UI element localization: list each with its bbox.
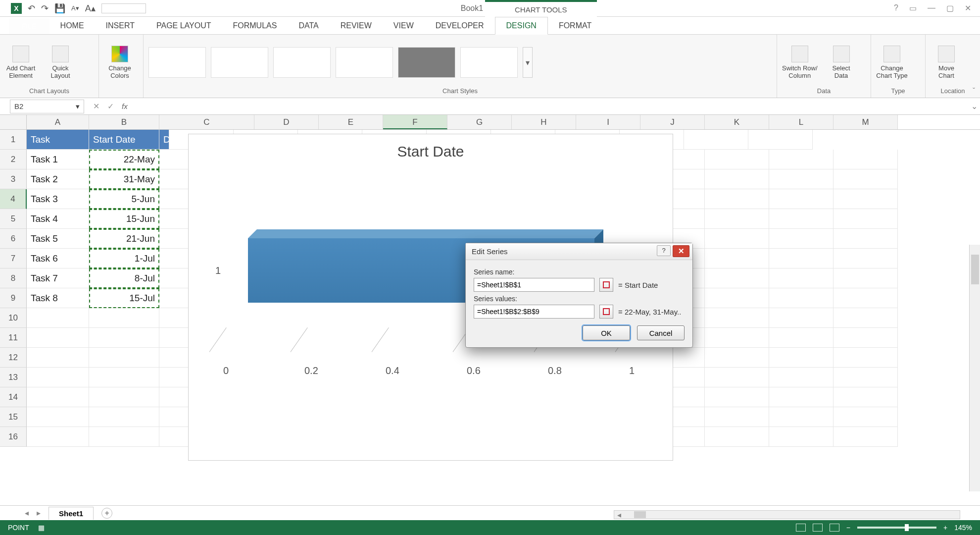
row-header[interactable]: 7 — [0, 249, 27, 268]
cell[interactable] — [769, 209, 833, 229]
cell[interactable]: 31-May — [89, 169, 159, 189]
cell[interactable] — [769, 328, 833, 348]
row-header[interactable]: 13 — [0, 368, 27, 387]
chart-style-thumb[interactable] — [398, 47, 455, 78]
cell[interactable]: 22-May — [89, 150, 159, 169]
cell[interactable] — [705, 288, 769, 308]
row-header[interactable]: 3 — [0, 169, 27, 189]
row-header[interactable]: 6 — [0, 229, 27, 249]
cell[interactable]: Task 3 — [27, 189, 89, 209]
column-header[interactable]: E — [319, 115, 383, 129]
column-header[interactable]: F — [383, 115, 447, 129]
chart-style-thumb[interactable] — [273, 47, 331, 78]
cell[interactable] — [27, 308, 89, 328]
cell[interactable] — [833, 189, 898, 209]
expand-formula-bar-icon[interactable]: ⌄ — [968, 102, 980, 111]
cell[interactable] — [705, 209, 769, 229]
tab-developer[interactable]: DEVELOPER — [425, 17, 495, 34]
cell[interactable] — [89, 368, 159, 387]
cell[interactable] — [705, 348, 769, 368]
cell[interactable] — [769, 308, 833, 328]
column-header[interactable]: K — [705, 115, 769, 129]
cell[interactable] — [705, 387, 769, 407]
cell[interactable]: 1-Jul — [89, 249, 159, 268]
cell[interactable] — [27, 407, 89, 427]
row-header[interactable]: 16 — [0, 427, 27, 447]
redo-icon[interactable]: ↷ — [41, 3, 49, 14]
cell[interactable] — [705, 249, 769, 268]
sheet-nav-prev-icon[interactable]: ◂ — [25, 508, 29, 518]
cell[interactable] — [833, 288, 898, 308]
cell[interactable] — [769, 348, 833, 368]
chart-style-thumb[interactable] — [211, 47, 268, 78]
column-header[interactable]: D — [254, 115, 319, 129]
switch-row-column-button[interactable]: Switch Row/ Column — [782, 46, 818, 79]
row-header[interactable]: 4 — [0, 189, 27, 209]
column-header[interactable]: I — [576, 115, 640, 129]
row-header[interactable]: 14 — [0, 387, 27, 407]
macro-record-icon[interactable]: ▦ — [38, 524, 45, 532]
cell[interactable] — [27, 368, 89, 387]
name-box[interactable]: B2▾ — [10, 100, 84, 113]
column-header[interactable]: A — [27, 115, 89, 129]
cell[interactable] — [705, 427, 769, 447]
change-colors-button[interactable]: Change Colors — [104, 46, 136, 79]
chart-styles-gallery[interactable]: ▾ — [148, 47, 533, 78]
cell[interactable] — [769, 368, 833, 387]
chevron-down-icon[interactable]: ▾ — [76, 102, 80, 111]
row-header[interactable]: 12 — [0, 348, 27, 368]
tab-file[interactable]: FILE — [9, 18, 49, 34]
row-header[interactable]: 5 — [0, 209, 27, 229]
dialog-close-icon[interactable]: ✕ — [673, 245, 689, 257]
normal-view-icon[interactable] — [796, 524, 806, 532]
zoom-out-icon[interactable]: − — [846, 524, 850, 532]
cell[interactable]: 15-Jun — [89, 209, 159, 229]
cell[interactable] — [89, 328, 159, 348]
zoom-slider[interactable] — [857, 527, 936, 529]
select-data-button[interactable]: Select Data — [826, 46, 857, 79]
maximize-icon[interactable]: ▢ — [946, 3, 954, 13]
column-header[interactable]: J — [640, 115, 705, 129]
cell[interactable] — [705, 229, 769, 249]
cell[interactable]: D — [159, 130, 169, 150]
help-icon[interactable]: ? — [894, 3, 898, 13]
column-header[interactable]: G — [447, 115, 512, 129]
tab-review[interactable]: REVIEW — [330, 17, 383, 34]
cell[interactable] — [833, 328, 898, 348]
cell[interactable] — [89, 407, 159, 427]
cell[interactable]: Task 1 — [27, 150, 89, 169]
cell[interactable] — [769, 407, 833, 427]
cell[interactable] — [705, 189, 769, 209]
column-header[interactable]: L — [769, 115, 833, 129]
row-header[interactable]: 2 — [0, 150, 27, 169]
tab-insert[interactable]: INSERT — [95, 17, 146, 34]
cell[interactable]: Start Date — [89, 130, 159, 150]
zoom-level[interactable]: 145% — [954, 524, 972, 532]
chart-style-thumb[interactable] — [336, 47, 393, 78]
cell[interactable]: 21-Jun — [89, 229, 159, 249]
cell[interactable] — [89, 348, 159, 368]
change-chart-type-button[interactable]: Change Chart Type — [876, 46, 908, 79]
move-chart-button[interactable]: Move Chart — [931, 46, 962, 79]
cell[interactable] — [705, 268, 769, 288]
series-name-input[interactable] — [474, 278, 594, 292]
cell[interactable] — [769, 229, 833, 249]
tab-home[interactable]: HOME — [49, 17, 95, 34]
cell[interactable] — [833, 407, 898, 427]
row-header[interactable]: 8 — [0, 268, 27, 288]
undo-icon[interactable]: ↶ — [28, 3, 35, 14]
chart-style-thumb[interactable] — [148, 47, 206, 78]
cell[interactable] — [769, 150, 833, 169]
add-sheet-icon[interactable]: + — [101, 508, 112, 519]
row-header[interactable]: 1 — [0, 130, 27, 150]
dialog-help-icon[interactable]: ? — [657, 245, 671, 256]
cell[interactable] — [833, 427, 898, 447]
cell[interactable]: Task 8 — [27, 288, 89, 308]
select-all-corner[interactable] — [0, 115, 27, 129]
dialog-title-bar[interactable]: Edit Series ? ✕ — [466, 243, 692, 260]
column-header[interactable]: H — [512, 115, 576, 129]
cell[interactable] — [833, 387, 898, 407]
cell[interactable] — [769, 288, 833, 308]
minimize-icon[interactable]: — — [928, 3, 935, 13]
cell[interactable] — [769, 169, 833, 189]
